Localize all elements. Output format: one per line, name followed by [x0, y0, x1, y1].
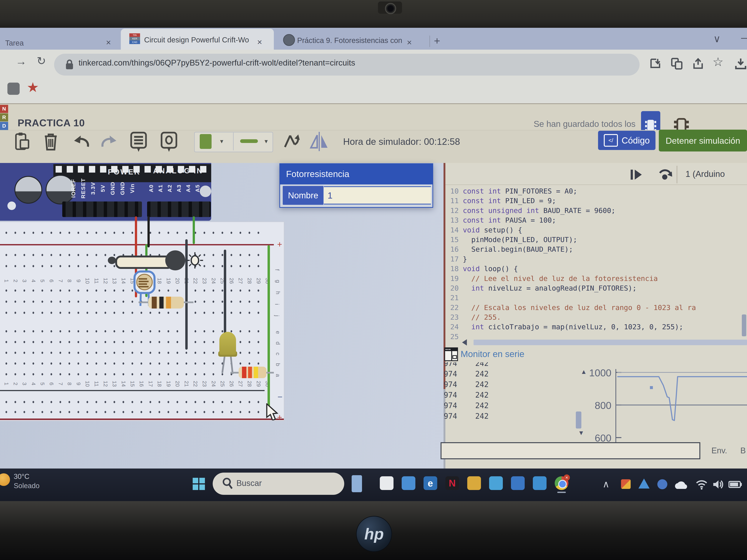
label-icon[interactable] [160, 131, 178, 153]
close-icon[interactable]: × [407, 37, 412, 47]
download-icon[interactable] [735, 58, 747, 70]
wire-a0-green[interactable] [193, 216, 195, 244]
code-line[interactable]: 19 // Lee el nivel de luz de la fotoresi… [445, 274, 747, 283]
code-line[interactable]: 12const unsigned int BAUD_RATE = 9600; [445, 206, 747, 215]
resistor-220[interactable] [239, 367, 266, 378]
chart-scrollbar-thumb[interactable] [576, 411, 582, 428]
netflix-icon[interactable]: N [445, 476, 459, 490]
tab-search-chevron-icon[interactable]: ∨ [713, 33, 721, 45]
edge-icon[interactable]: e [423, 476, 437, 490]
resistor-10k[interactable] [148, 297, 184, 309]
light-level-slider[interactable] [115, 256, 173, 269]
copilot-icon[interactable] [402, 476, 415, 490]
code-line[interactable]: 10const int PIN_FOTORES = A0; [445, 186, 747, 196]
wire-gnd-black[interactable] [148, 216, 150, 247]
fotorresistencia-dialog[interactable]: Fotorresistencia Nombre 1 [279, 163, 433, 208]
code-line[interactable]: 11const int PIN_LED = 9; [445, 196, 747, 206]
forward-icon[interactable]: → [16, 55, 27, 68]
serial-send-button[interactable]: Env. [712, 446, 727, 455]
dialog-header[interactable]: Fotorresistencia [279, 163, 433, 184]
start-icon[interactable] [193, 478, 205, 490]
line-number: 21 [445, 293, 463, 302]
close-icon[interactable]: × [106, 37, 111, 47]
mirror-icon[interactable] [309, 132, 329, 151]
tinkercad-logo[interactable]: N R D [0, 105, 8, 130]
serial-clear-button[interactable]: B [740, 446, 746, 455]
code-line[interactable]: 18void loop() { [445, 264, 747, 273]
onedrive-icon[interactable] [674, 481, 688, 490]
minimize-icon[interactable]: — [741, 31, 747, 44]
code-line[interactable]: 16 Serial.begin(BAUD_RATE); [445, 244, 747, 254]
undo-icon[interactable] [72, 134, 91, 150]
code-line[interactable]: 23 // 255. [445, 313, 747, 322]
code-line[interactable]: 14void setup() { [445, 225, 747, 235]
battery-icon[interactable] [728, 480, 742, 488]
save-page-icon[interactable] [649, 58, 661, 70]
weather-temp[interactable]: 30°C [14, 473, 29, 481]
weather-condition[interactable]: Soleado [14, 482, 40, 490]
group-divider [233, 133, 234, 150]
name-input[interactable]: 1 [324, 186, 431, 205]
chart-scroll-down-icon[interactable]: ▼ [578, 429, 584, 436]
code-line[interactable]: 17} [445, 254, 747, 264]
code-line[interactable]: 24 int cicloTrabajo = map(nivelLuz, 0, 1… [445, 322, 747, 332]
board-selector[interactable]: 1 (Arduino [686, 169, 725, 179]
file-explorer-icon[interactable] [467, 476, 481, 490]
extension-icon[interactable] [7, 83, 20, 95]
tray-chevron-icon[interactable]: ∧ [602, 479, 610, 490]
mail-icon[interactable] [533, 476, 546, 490]
design-title[interactable]: PRACTICA 10 [18, 117, 85, 129]
new-tab-button[interactable]: + [434, 34, 440, 47]
share-icon[interactable] [693, 58, 704, 70]
horizontal-scrollbar[interactable] [473, 340, 747, 345]
step-icon[interactable] [629, 168, 643, 181]
chrome-icon[interactable]: × [555, 476, 568, 490]
vertical-scrollbar[interactable] [742, 315, 746, 336]
notes-icon[interactable] [130, 131, 148, 153]
chevron-down-icon[interactable]: ▾ [220, 137, 223, 145]
code-button[interactable]: </ Código [598, 131, 655, 150]
tray-app-icon[interactable] [621, 479, 630, 489]
chart-scroll-up-icon[interactable]: ▲ [581, 368, 587, 375]
close-icon[interactable]: × [257, 37, 262, 47]
serial-monitor-title[interactable]: Monitor en serie [461, 349, 524, 359]
widget-partial-icon[interactable] [352, 475, 362, 492]
restart-icon[interactable] [657, 167, 673, 182]
stop-simulation-button[interactable]: Detener simulación [659, 130, 747, 152]
analog-pin-header[interactable] [147, 202, 211, 217]
code-line[interactable]: 21 [445, 293, 747, 302]
chevron-down-icon[interactable]: ▾ [264, 137, 268, 145]
translate-icon[interactable] [671, 58, 682, 70]
copy-icon[interactable] [14, 132, 30, 151]
warning-icon[interactable] [639, 479, 649, 488]
color-swatch[interactable] [200, 134, 212, 149]
tab-practica9[interactable]: Práctica 9. Fotoresistencias con [297, 36, 405, 45]
wifi-icon[interactable] [696, 480, 707, 490]
rotate-icon[interactable] [282, 133, 300, 150]
bookmark-star-icon[interactable]: ☆ [713, 55, 723, 69]
serial-input[interactable] [441, 442, 700, 459]
teams-icon[interactable] [657, 479, 667, 489]
code-line[interactable]: 15 pinMode(PIN_LED, OUTPUT); [445, 235, 747, 244]
led-yellow[interactable] [220, 332, 236, 355]
tab-tarea[interactable]: Tarea [5, 39, 24, 47]
store-icon[interactable] [489, 476, 503, 490]
code-line[interactable]: 13const int PAUSA = 100; [445, 215, 747, 225]
circuit-canvas[interactable]: 1234567891011121314151617181920212223242… [0, 163, 445, 469]
wire-style-swatch[interactable] [240, 139, 258, 143]
notepad-icon[interactable] [380, 476, 393, 490]
slider-knob[interactable] [165, 250, 185, 270]
code-line[interactable]: 20 int nivelLuz = analogRead(PIN_FOTORES… [445, 283, 747, 293]
photos-icon[interactable] [511, 476, 525, 490]
delete-icon[interactable] [42, 132, 59, 152]
code-editor[interactable]: 10const int PIN_FOTORES = A0;11const int… [445, 186, 747, 342]
redo-icon[interactable] [100, 134, 119, 150]
power-pin-header[interactable] [62, 202, 142, 217]
code-line[interactable]: 22 // Escala los niveles de luz del rang… [445, 303, 747, 313]
reload-icon[interactable]: ↻ [37, 54, 46, 68]
wire-dark-2[interactable] [224, 250, 226, 334]
wire-rail-green[interactable] [267, 245, 270, 414]
scroll-left-icon[interactable] [462, 339, 467, 346]
volume-icon[interactable] [713, 479, 723, 490]
starred-bookmark-icon[interactable]: ★ [27, 79, 39, 95]
